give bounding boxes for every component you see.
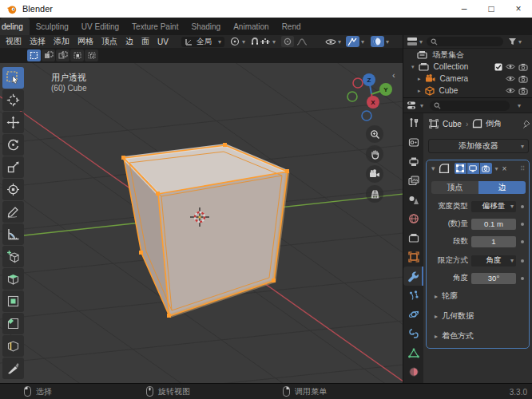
toggle-ortho-button[interactable] <box>366 185 383 203</box>
sidebar-collapse-icon[interactable]: ‹ <box>392 70 395 80</box>
affect-edges-button[interactable]: 边 <box>478 181 526 194</box>
animate-dot[interactable] <box>521 240 524 243</box>
drag-handle-icon[interactable]: ⠿ <box>520 165 526 172</box>
viewport-3d[interactable]: Z Y X <box>0 63 403 383</box>
tool-move[interactable] <box>2 112 24 133</box>
tab-object-data[interactable] <box>403 343 423 362</box>
proportional-editing-icon[interactable] <box>281 36 294 47</box>
select-mode-subtract-icon[interactable] <box>56 49 69 61</box>
render-camera-icon[interactable] <box>518 63 528 71</box>
tab-particles[interactable] <box>403 286 423 305</box>
outliner-row-scene-collection[interactable]: 场景集合 <box>403 49 532 61</box>
animate-dot[interactable] <box>521 205 524 208</box>
animate-dot[interactable] <box>521 259 524 263</box>
close-button[interactable]: × <box>505 0 532 18</box>
tab-collection-properties[interactable] <box>403 228 423 247</box>
tab-scene[interactable] <box>403 190 423 209</box>
maximize-button[interactable]: □ <box>478 0 505 18</box>
tool-add-cube[interactable] <box>2 246 24 267</box>
segments-slider[interactable]: 1 <box>471 236 516 247</box>
tab-render[interactable] <box>403 132 423 152</box>
amount-slider[interactable]: 0.1 m <box>471 219 516 230</box>
tool-inset-faces[interactable] <box>2 290 24 312</box>
workspace-tab-sculpting[interactable]: Sculpting <box>30 18 75 35</box>
tab-output[interactable] <box>403 152 423 171</box>
workspace-tab-shading[interactable]: Shading <box>185 18 227 35</box>
menu-select[interactable]: 选择 <box>30 36 46 47</box>
tab-material[interactable] <box>403 362 423 381</box>
camera-view-button[interactable] <box>366 165 383 183</box>
eye-icon[interactable] <box>506 63 515 70</box>
eye-icon[interactable] <box>506 87 515 94</box>
menu-uv[interactable]: UV <box>157 38 169 46</box>
properties-editor-icon[interactable] <box>407 101 419 111</box>
properties-options-icon[interactable]: ▾ <box>518 102 521 109</box>
pan-view-button[interactable] <box>366 145 383 163</box>
tool-tweak-select[interactable] <box>2 67 24 89</box>
tool-rotate[interactable] <box>2 134 24 156</box>
select-mode-invert-icon[interactable] <box>70 49 84 61</box>
workspace-tab-rendering[interactable]: Rend <box>276 18 303 35</box>
toggle-render-icon[interactable] <box>480 163 492 174</box>
menu-add[interactable]: 添加 <box>54 36 69 47</box>
disclosure-right-icon[interactable]: ▸ <box>418 88 421 94</box>
menu-face[interactable]: 面 <box>141 36 149 47</box>
show-gizmo-dropdown[interactable]: ▾ <box>325 38 341 46</box>
tool-extrude-region[interactable] <box>2 268 24 290</box>
expand-panel-icon[interactable]: ▾ <box>431 164 435 172</box>
tab-tool[interactable] <box>403 113 423 132</box>
toggle-realtime-icon[interactable] <box>467 163 479 174</box>
animate-dot[interactable] <box>521 223 524 226</box>
affect-vertices-button[interactable]: 顶点 <box>431 181 478 194</box>
select-mode-set-icon[interactable] <box>27 49 41 61</box>
gizmo-axis-neg-x[interactable] <box>353 78 363 88</box>
workspace-tab-texture-paint[interactable]: Texture Paint <box>125 18 185 35</box>
menu-mesh[interactable]: 网格 <box>77 36 93 47</box>
modifier-extras-icon[interactable]: ▾ <box>495 165 498 172</box>
outliner-search-input[interactable] <box>427 37 503 46</box>
menu-view[interactable]: 视图 <box>6 36 22 47</box>
outliner-editor-icon[interactable] <box>407 37 418 46</box>
snap-magnet-icon[interactable] <box>250 37 260 46</box>
outliner-row-camera[interactable]: ▸ Camera <box>403 73 532 85</box>
workspace-tab-uv-editing[interactable]: UV Editing <box>75 18 125 35</box>
tool-bevel[interactable] <box>2 313 24 334</box>
tab-view-layer[interactable] <box>403 171 423 190</box>
tab-object[interactable] <box>403 247 423 267</box>
render-camera-icon[interactable] <box>518 75 528 83</box>
tool-measure[interactable] <box>2 223 24 245</box>
transform-orientation-dropdown[interactable]: 全局 ▾ <box>181 37 224 47</box>
pin-icon[interactable] <box>523 120 531 128</box>
tool-loop-cut[interactable] <box>2 335 24 357</box>
workspace-tab-animation[interactable]: Animation <box>227 18 275 35</box>
toggle-edit-mode-icon[interactable] <box>455 163 466 174</box>
viewport-shading-icon[interactable] <box>371 36 384 47</box>
add-modifier-dropdown[interactable]: 添加修改器 ▾ <box>428 139 529 153</box>
tab-world[interactable] <box>403 209 423 228</box>
workspace-tab-modeling[interactable]: deling <box>0 18 30 35</box>
menu-vertex[interactable]: 顶点 <box>101 36 117 47</box>
select-mode-extend-icon[interactable] <box>42 49 55 61</box>
snap-target-dropdown[interactable]: ▾ <box>260 38 276 46</box>
pivot-point-dropdown[interactable]: ▾ <box>230 37 245 47</box>
checkbox-checked-icon[interactable] <box>494 63 502 71</box>
minimize-button[interactable]: – <box>451 0 478 18</box>
filter-funnel-icon[interactable] <box>508 38 517 45</box>
tool-cursor[interactable] <box>2 89 24 111</box>
tab-modifiers[interactable] <box>403 267 423 286</box>
render-camera-icon[interactable] <box>518 87 528 95</box>
tool-transform[interactable] <box>2 179 24 200</box>
tab-constraints[interactable] <box>403 324 423 343</box>
animate-dot[interactable] <box>521 277 524 280</box>
gizmo-axis-neg-z[interactable] <box>362 111 371 120</box>
select-mode-intersect-icon[interactable] <box>85 49 98 61</box>
disclosure-right-icon[interactable]: ▸ <box>418 76 421 82</box>
menu-edge[interactable]: 边 <box>125 36 133 47</box>
zoom-view-button[interactable] <box>366 125 383 143</box>
limit-method-dropdown[interactable]: 角度 ▾ <box>471 255 516 267</box>
tool-scale[interactable] <box>2 156 24 178</box>
section-shading[interactable]: ▸ 着色方式 <box>435 330 474 342</box>
outliner-row-cube[interactable]: ▸ Cube <box>403 85 532 97</box>
breadcrumb-object[interactable]: Cube <box>443 120 462 128</box>
breadcrumb-modifier[interactable]: 倒角 <box>486 118 502 129</box>
